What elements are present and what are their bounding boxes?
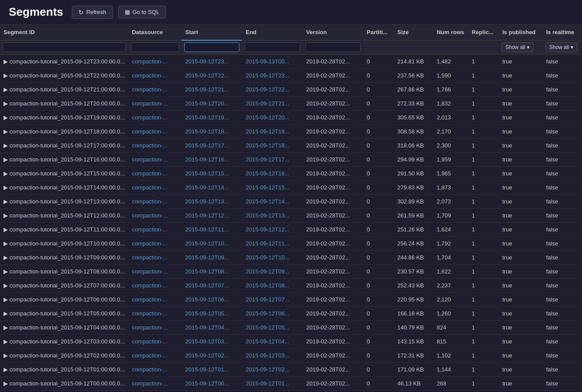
- segment-id-cell[interactable]: ▶ compaction-tutorial_2015-09-12T07:00:0…: [0, 279, 128, 293]
- cell-2[interactable]: 2015-09-12T13...: [182, 195, 242, 209]
- col-header-size[interactable]: Size: [394, 24, 433, 40]
- cell-2[interactable]: 2015-09-12T05...: [182, 307, 242, 321]
- cell-1[interactable]: compaction-...: [128, 237, 182, 251]
- segment-id-cell[interactable]: ▶ compaction-tutorial_2015-09-12T11:00:0…: [0, 223, 128, 237]
- cell-1[interactable]: compaction-...: [128, 83, 182, 97]
- cell-3[interactable]: 2015-09-12T06...: [242, 307, 302, 321]
- cell-3[interactable]: 2015-09-12T03...: [242, 349, 302, 363]
- cell-2[interactable]: 2015-09-12T17...: [182, 139, 242, 153]
- segment-id-cell[interactable]: ▶ compaction-tutorial_2015-09-12T09:00:0…: [0, 251, 128, 265]
- cell-3[interactable]: 2015-09-12T20...: [242, 111, 302, 125]
- cell-1[interactable]: compaction-...: [128, 251, 182, 265]
- cell-1[interactable]: compaction-...: [128, 139, 182, 153]
- cell-3[interactable]: 2015-09-12T04...: [242, 335, 302, 349]
- cell-2[interactable]: 2015-09-12T14...: [182, 181, 242, 195]
- cell-3[interactable]: 2015-09-12T01...: [242, 377, 302, 391]
- filter-datasource-input[interactable]: [131, 42, 179, 52]
- cell-1[interactable]: compaction-...: [128, 97, 182, 111]
- cell-3[interactable]: 2015-09-12T08...: [242, 279, 302, 293]
- cell-1[interactable]: compaction-...: [128, 335, 182, 349]
- col-header-end[interactable]: End: [242, 24, 302, 40]
- cell-2[interactable]: 2015-09-12T12...: [182, 209, 242, 223]
- cell-1[interactable]: compaction-...: [128, 195, 182, 209]
- cell-2[interactable]: 2015-09-12T15...: [182, 167, 242, 181]
- cell-2[interactable]: 2015-09-12T01...: [182, 363, 242, 377]
- cell-2[interactable]: 2015-09-12T19...: [182, 111, 242, 125]
- cell-1[interactable]: compaction-...: [128, 167, 182, 181]
- cell-2[interactable]: 2015-09-12T03...: [182, 335, 242, 349]
- cell-1[interactable]: compaction-...: [128, 209, 182, 223]
- segment-id-cell[interactable]: ▶ compaction-tutorial_2015-09-12T20:00:0…: [0, 97, 128, 111]
- segment-id-cell[interactable]: ▶ compaction-tutorial_2015-09-12T00:00:0…: [0, 377, 128, 391]
- cell-1[interactable]: compaction-...: [128, 54, 182, 69]
- segment-id-cell[interactable]: ▶ compaction-tutorial_2015-09-12T22:00:0…: [0, 69, 128, 83]
- cell-3[interactable]: 2015-09-12T18...: [242, 139, 302, 153]
- segment-id-cell[interactable]: ▶ compaction-tutorial_2015-09-12T01:00:0…: [0, 363, 128, 377]
- segment-id-cell[interactable]: ▶ compaction-tutorial_2015-09-12T23:00:0…: [0, 54, 128, 69]
- cell-3[interactable]: 2015-09-12T13...: [242, 209, 302, 223]
- cell-1[interactable]: compaction-...: [128, 279, 182, 293]
- filter-start-input[interactable]: [184, 42, 239, 52]
- cell-2[interactable]: 2015-09-12T18...: [182, 125, 242, 139]
- cell-3[interactable]: 2015-09-12T05...: [242, 321, 302, 335]
- cell-3[interactable]: 2015-09-12T09...: [242, 265, 302, 279]
- cell-2[interactable]: 2015-09-12T04...: [182, 321, 242, 335]
- cell-3[interactable]: 2015-09-12T07...: [242, 293, 302, 307]
- segment-id-cell[interactable]: ▶ compaction-tutorial_2015-09-12T08:00:0…: [0, 265, 128, 279]
- cell-3[interactable]: 2015-09-12T12...: [242, 223, 302, 237]
- col-header-datasource[interactable]: Datasource: [128, 24, 182, 40]
- cell-1[interactable]: compaction-...: [128, 125, 182, 139]
- col-header-start[interactable]: Start: [182, 24, 242, 40]
- show-all-realtime-button[interactable]: Show all ▾: [545, 42, 577, 52]
- segment-id-cell[interactable]: ▶ compaction-tutorial_2015-09-12T12:00:0…: [0, 209, 128, 223]
- filter-end-input[interactable]: [245, 42, 300, 52]
- col-header-num-rows[interactable]: Num rows: [433, 24, 468, 40]
- cell-3[interactable]: 2015-09-12T16...: [242, 167, 302, 181]
- cell-3[interactable]: 2015-09-12T21...: [242, 97, 302, 111]
- col-header-is-published[interactable]: Is published: [499, 24, 543, 40]
- cell-2[interactable]: 2015-09-12T10...: [182, 237, 242, 251]
- cell-3[interactable]: 2015-09-12T23...: [242, 69, 302, 83]
- col-header-is-realtime[interactable]: Is realtime: [543, 24, 582, 40]
- segment-id-cell[interactable]: ▶ compaction-tutorial_2015-09-12T16:00:0…: [0, 153, 128, 167]
- cell-1[interactable]: compaction-...: [128, 111, 182, 125]
- filter-version-input[interactable]: [305, 42, 361, 52]
- col-header-partition[interactable]: Partiti...: [363, 24, 394, 40]
- cell-1[interactable]: compaction-...: [128, 293, 182, 307]
- cell-2[interactable]: 2015-09-12T00...: [182, 377, 242, 391]
- cell-2[interactable]: 2015-09-12T06...: [182, 293, 242, 307]
- cell-2[interactable]: 2015-09-12T16...: [182, 153, 242, 167]
- cell-2[interactable]: 2015-09-12T02...: [182, 349, 242, 363]
- cell-3[interactable]: 2015-09-12T15...: [242, 181, 302, 195]
- segment-id-cell[interactable]: ▶ compaction-tutorial_2015-09-12T21:00:0…: [0, 83, 128, 97]
- col-header-replicas[interactable]: Replic...: [468, 24, 499, 40]
- cell-2[interactable]: 2015-09-12T09...: [182, 251, 242, 265]
- refresh-button[interactable]: ↻ Refresh: [72, 6, 113, 19]
- cell-1[interactable]: compaction-...: [128, 377, 182, 391]
- cell-1[interactable]: compaction-...: [128, 307, 182, 321]
- segment-id-cell[interactable]: ▶ compaction-tutorial_2015-09-12T02:00:0…: [0, 349, 128, 363]
- cell-3[interactable]: 2015-09-12T17...: [242, 153, 302, 167]
- cell-1[interactable]: compaction-...: [128, 349, 182, 363]
- cell-3[interactable]: 2015-09-13T00...: [242, 54, 302, 69]
- cell-3[interactable]: 2015-09-12T11...: [242, 237, 302, 251]
- segment-id-cell[interactable]: ▶ compaction-tutorial_2015-09-12T05:00:0…: [0, 307, 128, 321]
- cell-3[interactable]: 2015-09-12T22...: [242, 83, 302, 97]
- cell-1[interactable]: compaction-...: [128, 265, 182, 279]
- go-to-sql-button[interactable]: ▦ Go to SQL: [118, 6, 166, 18]
- cell-2[interactable]: 2015-09-12T21...: [182, 83, 242, 97]
- segment-id-cell[interactable]: ▶ compaction-tutorial_2015-09-12T04:00:0…: [0, 321, 128, 335]
- cell-3[interactable]: 2015-09-12T14...: [242, 195, 302, 209]
- segment-id-cell[interactable]: ▶ compaction-tutorial_2015-09-12T03:00:0…: [0, 335, 128, 349]
- cell-2[interactable]: 2015-09-12T07...: [182, 279, 242, 293]
- segment-id-cell[interactable]: ▶ compaction-tutorial_2015-09-12T13:00:0…: [0, 195, 128, 209]
- cell-2[interactable]: 2015-09-12T23...: [182, 54, 242, 69]
- cell-1[interactable]: compaction-...: [128, 181, 182, 195]
- col-header-version[interactable]: Version: [303, 24, 363, 40]
- cell-2[interactable]: 2015-09-12T20...: [182, 97, 242, 111]
- cell-1[interactable]: compaction-...: [128, 223, 182, 237]
- segment-id-cell[interactable]: ▶ compaction-tutorial_2015-09-12T18:00:0…: [0, 125, 128, 139]
- segment-id-cell[interactable]: ▶ compaction-tutorial_2015-09-12T15:00:0…: [0, 167, 128, 181]
- cell-1[interactable]: compaction-...: [128, 321, 182, 335]
- show-all-published-button[interactable]: Show all ▾: [501, 42, 533, 52]
